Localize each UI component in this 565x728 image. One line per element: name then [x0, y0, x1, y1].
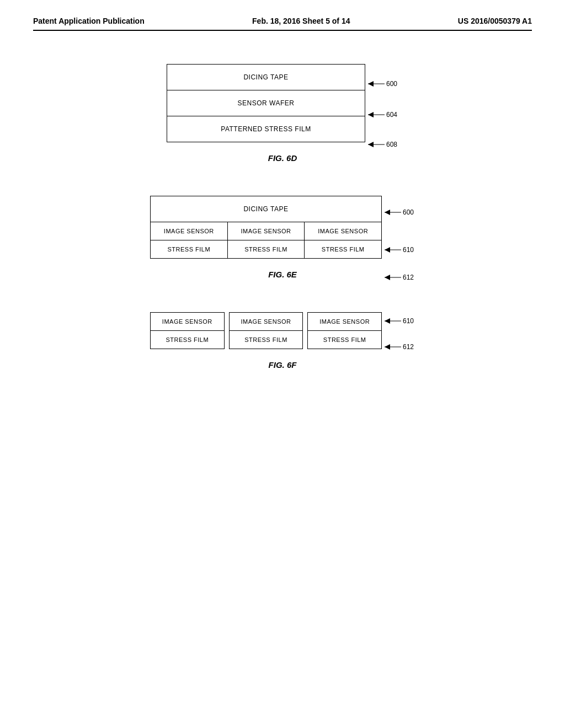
fig6f-sensor-3: IMAGE SENSOR: [308, 313, 381, 331]
svg-text:612: 612: [403, 343, 414, 351]
sensor-wafer-row: SENSOR WAFER: [167, 90, 365, 116]
ref-arrow-600-6d: 600: [368, 79, 398, 88]
header-center: Feb. 18, 2016 Sheet 5 of 14: [252, 17, 350, 25]
fig6f-stress-3: STRESS FILM: [308, 331, 381, 349]
ref-600-6e: 600: [385, 208, 415, 219]
fig6e-stress-row: STRESS FILM STRESS FILM STRESS FILM: [151, 240, 381, 258]
dicing-tape-label: DICING TAPE: [243, 73, 288, 81]
fig6f-unit-3: IMAGE SENSOR STRESS FILM: [307, 312, 382, 349]
fig6e-label: FIG. 6E: [268, 270, 297, 279]
fig6e-sensor-row: IMAGE SENSOR IMAGE SENSOR IMAGE SENSOR: [151, 222, 381, 240]
fig6e-diagram: DICING TAPE IMAGE SENSOR IMAGE SENSOR IM…: [150, 196, 382, 259]
ref-arrow-612-6e: 612: [385, 273, 415, 282]
ref-arrow-604-6d: 604: [368, 110, 398, 119]
svg-text:608: 608: [386, 141, 397, 148]
ref-608-6d: 608: [368, 140, 398, 151]
ref-arrow-612-6f: 612: [385, 342, 415, 351]
ref-arrow-610-6e: 610: [385, 245, 415, 254]
fig6e-sensor-cell-1: IMAGE SENSOR: [151, 222, 228, 240]
fig6e-stress-cell-1: STRESS FILM: [151, 240, 228, 258]
figure-6f-section: IMAGE SENSOR STRESS FILM IMAGE SENSOR ST…: [33, 312, 532, 370]
fig6e-sensor-cell-3: IMAGE SENSOR: [305, 222, 381, 240]
fig6e-sensor-cell-2: IMAGE SENSOR: [228, 222, 305, 240]
fig6f-stress-1: STRESS FILM: [151, 331, 224, 349]
fig6d-label: FIG. 6D: [268, 153, 297, 163]
svg-text:604: 604: [386, 111, 397, 119]
figure-6e-section: DICING TAPE IMAGE SENSOR IMAGE SENSOR IM…: [33, 196, 532, 279]
svg-text:600: 600: [403, 208, 414, 216]
header-right: US 2016/0050379 A1: [458, 17, 532, 25]
fig6f-label: FIG. 6F: [269, 360, 297, 370]
fig6d-diagram: DICING TAPE SENSOR WAFER PATTERNED STRES…: [167, 64, 365, 142]
fig6e-wrapper: DICING TAPE IMAGE SENSOR IMAGE SENSOR IM…: [150, 196, 415, 259]
dicing-tape-row: DICING TAPE: [167, 65, 365, 90]
ref-arrow-610-6f: 610: [385, 317, 415, 325]
fig6f-diagram: IMAGE SENSOR STRESS FILM IMAGE SENSOR ST…: [150, 312, 382, 349]
svg-text:610: 610: [403, 317, 414, 325]
fig6f-group: IMAGE SENSOR STRESS FILM IMAGE SENSOR ST…: [150, 312, 382, 349]
ref-612-6f: 612: [385, 342, 415, 354]
fig6f-wrapper: IMAGE SENSOR STRESS FILM IMAGE SENSOR ST…: [150, 312, 415, 349]
fig6f-unit-1: IMAGE SENSOR STRESS FILM: [150, 312, 225, 349]
sensor-wafer-label: SENSOR WAFER: [238, 99, 295, 107]
header-left: Patent Application Publication: [33, 17, 145, 25]
fig6e-dicing-tape-label: DICING TAPE: [243, 205, 288, 213]
svg-text:610: 610: [403, 246, 414, 254]
ref-610-6e: 610: [385, 245, 415, 256]
fig6f-unit-2: IMAGE SENSOR STRESS FILM: [229, 312, 303, 349]
fig6f-stress-2: STRESS FILM: [230, 331, 303, 349]
ref-610-6f: 610: [385, 317, 415, 328]
page-header: Patent Application Publication Feb. 18, …: [33, 17, 532, 31]
fig6f-sensor-2: IMAGE SENSOR: [230, 313, 303, 331]
fig6f-sensor-1: IMAGE SENSOR: [151, 313, 224, 331]
fig6d-wrapper: DICING TAPE SENSOR WAFER PATTERNED STRES…: [167, 64, 398, 142]
ref-600-6d: 600: [368, 79, 398, 90]
ref-arrow-600-6e: 600: [385, 208, 415, 217]
ref-arrow-608-6d: 608: [368, 140, 398, 149]
patterned-stress-film-row: PATTERNED STRESS FILM: [167, 116, 365, 142]
fig6e-dicing-tape-row: DICING TAPE: [151, 196, 381, 222]
fig6e-stress-cell-3: STRESS FILM: [305, 240, 381, 258]
svg-text:600: 600: [386, 80, 397, 88]
figure-6d-section: DICING TAPE SENSOR WAFER PATTERNED STRES…: [33, 64, 532, 163]
ref-604-6d: 604: [368, 110, 398, 121]
patterned-stress-film-label: PATTERNED STRESS FILM: [221, 125, 311, 133]
fig6e-stress-cell-2: STRESS FILM: [228, 240, 305, 258]
page: Patent Application Publication Feb. 18, …: [0, 0, 565, 728]
svg-text:612: 612: [403, 274, 414, 281]
ref-612-6e: 612: [385, 273, 415, 284]
